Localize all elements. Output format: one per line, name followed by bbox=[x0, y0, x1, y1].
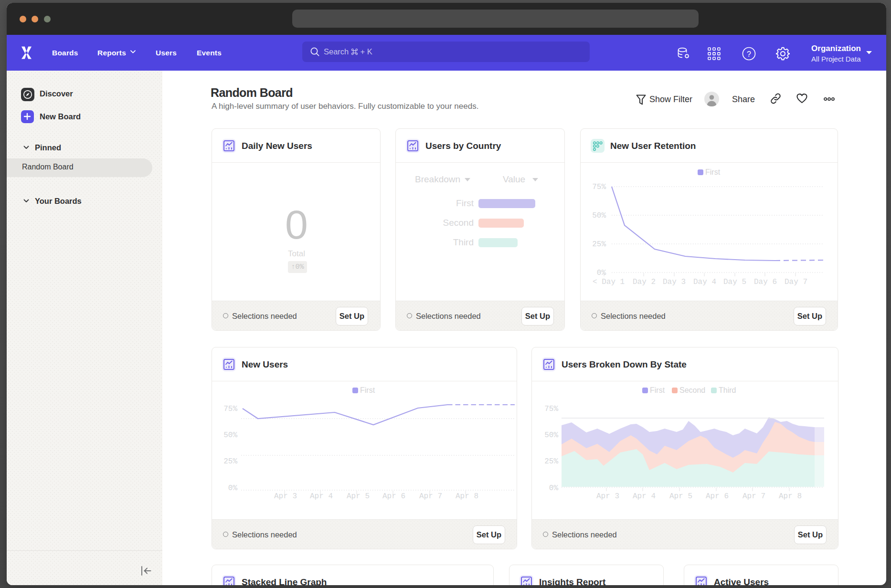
svg-text:?: ? bbox=[747, 50, 751, 58]
